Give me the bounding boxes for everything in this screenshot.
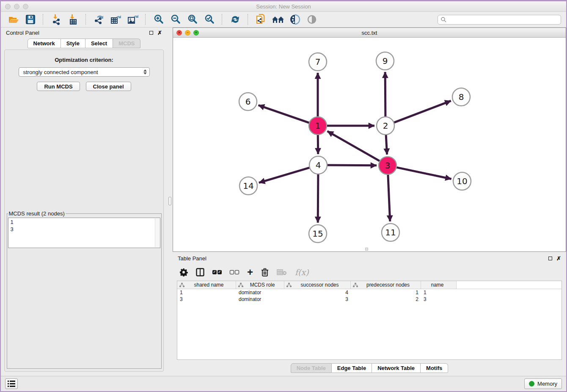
tab-select[interactable]: Select (85, 39, 113, 48)
export-network-button[interactable] (91, 13, 107, 26)
table-settings-button[interactable] (179, 267, 188, 277)
graph-node-1[interactable]: 1 (309, 117, 327, 135)
column-header-successor-nodes[interactable]: successor nodes (284, 281, 351, 289)
function-builder-button[interactable]: f(x) (295, 267, 309, 277)
zoom-out-button[interactable] (168, 13, 183, 26)
graph-node-11[interactable]: 11 (382, 224, 399, 241)
tab-motifs[interactable]: Motifs (421, 363, 448, 373)
graph-edge-4-3[interactable] (326, 165, 377, 166)
network-minimize-button[interactable]: − (185, 30, 190, 36)
graph-node-4[interactable]: 4 (309, 156, 327, 174)
graph-node-10[interactable]: 10 (453, 172, 471, 190)
table-cell[interactable]: dominator (236, 290, 284, 295)
table-cell[interactable]: 2 (351, 296, 421, 302)
graph-node-3[interactable]: 3 (379, 157, 396, 174)
graph-edge-1-4[interactable] (318, 134, 318, 154)
tab-mcds[interactable]: MCDS (113, 39, 140, 48)
result-scrollbar[interactable] (155, 218, 160, 247)
graph-node-8[interactable]: 8 (452, 88, 470, 106)
table-cell[interactable]: 1 (351, 290, 421, 295)
close-window-button[interactable] (5, 4, 11, 9)
graph-edge-4-15[interactable] (318, 173, 318, 223)
graph-node-15[interactable]: 15 (309, 225, 327, 243)
tab-edge-table[interactable]: Edge Table (332, 363, 372, 373)
select-all-button[interactable] (212, 267, 222, 277)
table-row[interactable]: 1dominator411 (177, 289, 561, 296)
mcds-result-text[interactable]: 1 3 (8, 218, 160, 248)
column-header-name[interactable]: name (421, 281, 457, 289)
vertical-splitter[interactable] (167, 28, 173, 376)
graph-edge-3-1[interactable] (328, 131, 381, 162)
node-table[interactable]: shared nameMCDS rolesuccessor nodesprede… (177, 281, 562, 360)
graph-node-9[interactable]: 9 (376, 52, 394, 70)
graph-edge-2-8[interactable] (393, 101, 451, 123)
delete-column-button[interactable] (261, 267, 269, 277)
table-cell[interactable]: 3 (284, 296, 351, 302)
tab-network-table[interactable]: Network Table (372, 363, 421, 373)
graph-node-2[interactable]: 2 (377, 117, 394, 135)
graph-edge-1-6[interactable] (259, 105, 310, 123)
network-window-title: scc.txt (173, 30, 566, 36)
table-cell[interactable]: 4 (284, 290, 351, 295)
close-panel-button[interactable]: Close panel (86, 82, 131, 91)
graph-edge-4-14[interactable] (259, 167, 311, 182)
optimization-criterion-dropdown[interactable]: strongly connected component (19, 67, 150, 77)
import-network-button[interactable] (49, 13, 64, 26)
close-table-panel-icon[interactable]: ✗ (556, 256, 561, 261)
run-mcds-button[interactable]: Run MCDS (37, 82, 80, 91)
graph-node-7[interactable]: 7 (309, 53, 327, 71)
search-input[interactable] (448, 16, 558, 23)
style-button[interactable] (287, 13, 303, 26)
column-layout-button[interactable] (196, 267, 204, 277)
memory-button[interactable]: Memory (524, 378, 562, 389)
tab-style[interactable]: Style (61, 39, 85, 48)
duplicate-network-button[interactable] (253, 13, 269, 26)
graph-edge-3-10[interactable] (396, 167, 451, 179)
zoom-selected-button[interactable] (202, 13, 217, 26)
export-table-button[interactable] (108, 13, 124, 26)
float-panel-icon[interactable] (149, 31, 153, 35)
minimize-window-button[interactable] (14, 4, 19, 9)
network-graph[interactable]: 7968124314101511 (173, 38, 566, 251)
open-session-button[interactable] (6, 13, 21, 26)
hierarchy-icon (179, 283, 184, 287)
import-table-button[interactable] (66, 13, 81, 26)
close-panel-icon[interactable]: ✗ (157, 30, 162, 36)
hide-panel-button[interactable] (304, 13, 319, 26)
graph-node-6[interactable]: 6 (239, 93, 257, 110)
deselect-all-button[interactable] (230, 267, 239, 277)
export-image-button[interactable] (125, 13, 140, 26)
delete-table-button[interactable] (277, 267, 287, 277)
task-history-button[interactable] (5, 378, 18, 389)
graph-node-14[interactable]: 14 (239, 177, 257, 195)
search-box[interactable] (438, 15, 561, 25)
column-header-label: predecessor nodes (358, 282, 421, 288)
zoom-in-button[interactable] (151, 13, 166, 26)
graph-edge-2-9[interactable] (385, 72, 385, 118)
apply-style-refresh-button[interactable] (228, 13, 243, 26)
network-close-button[interactable]: ✕ (176, 30, 182, 36)
zoom-window-button[interactable] (23, 4, 28, 9)
add-column-button[interactable]: + (247, 267, 253, 277)
tab-network[interactable]: Network (28, 39, 61, 48)
graph-edge-3-11[interactable] (388, 174, 390, 221)
column-header-predecessor-nodes[interactable]: predecessor nodes (351, 281, 421, 289)
home-layout-button[interactable] (270, 13, 286, 26)
tab-node-table[interactable]: Node Table (291, 363, 332, 373)
table-cell[interactable]: 3 (177, 296, 236, 302)
table-cell[interactable]: 1 (177, 290, 236, 295)
table-cell[interactable]: 1 (421, 290, 457, 295)
column-header-MCDS-role[interactable]: MCDS role (236, 281, 284, 289)
splitter-grip[interactable] (168, 197, 171, 205)
table-row[interactable]: 3dominator323 (177, 296, 561, 303)
zoom-fit-button[interactable] (185, 13, 200, 26)
canvas-resize-grip[interactable] (365, 248, 368, 251)
save-session-button[interactable] (23, 13, 38, 26)
network-maximize-button[interactable]: + (193, 30, 199, 36)
float-table-panel-icon[interactable] (548, 257, 552, 260)
graph-edge-2-3[interactable] (386, 134, 387, 155)
column-header-shared-name[interactable]: shared name (177, 281, 236, 289)
table-cell[interactable]: dominator (236, 296, 284, 302)
network-canvas[interactable]: 7968124314101511 (173, 38, 566, 251)
table-cell[interactable]: 3 (421, 296, 457, 302)
